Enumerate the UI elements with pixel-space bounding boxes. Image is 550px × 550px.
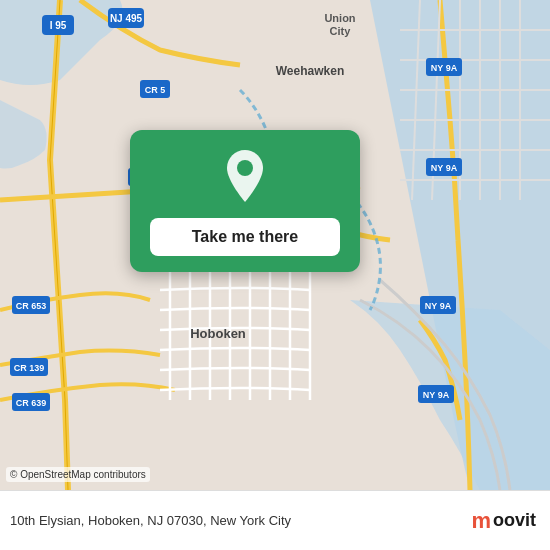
moovit-m-letter: m — [471, 508, 491, 534]
svg-text:I 95: I 95 — [50, 20, 67, 31]
svg-text:Hoboken: Hoboken — [190, 326, 246, 341]
svg-text:CR 653: CR 653 — [16, 301, 47, 311]
address-text: 10th Elysian, Hoboken, NJ 07030, New Yor… — [10, 513, 471, 528]
svg-text:NJ 495: NJ 495 — [110, 13, 143, 24]
osm-attribution: © OpenStreetMap contributors — [6, 467, 150, 482]
svg-text:CR 639: CR 639 — [16, 398, 47, 408]
svg-text:CR 139: CR 139 — [14, 363, 45, 373]
svg-text:NY 9A: NY 9A — [423, 390, 450, 400]
svg-text:NY 9A: NY 9A — [431, 63, 458, 73]
location-card: Take me there — [130, 130, 360, 272]
moovit-logo: m oovit — [471, 508, 536, 534]
bottom-bar: 10th Elysian, Hoboken, NJ 07030, New Yor… — [0, 490, 550, 550]
svg-text:City: City — [330, 25, 352, 37]
svg-point-27 — [237, 160, 253, 176]
svg-text:NY 9A: NY 9A — [425, 301, 452, 311]
take-me-there-button[interactable]: Take me there — [150, 218, 340, 256]
svg-text:CR 5: CR 5 — [145, 85, 166, 95]
svg-text:Weehawken: Weehawken — [276, 64, 344, 78]
svg-text:NY 9A: NY 9A — [431, 163, 458, 173]
moovit-rest-text: oovit — [493, 510, 536, 531]
map-view: I 95 NJ 495 CR 5 CR 60 CR 653 CR 139 CR … — [0, 0, 550, 490]
location-pin-icon — [221, 148, 269, 204]
svg-text:Union: Union — [324, 12, 355, 24]
